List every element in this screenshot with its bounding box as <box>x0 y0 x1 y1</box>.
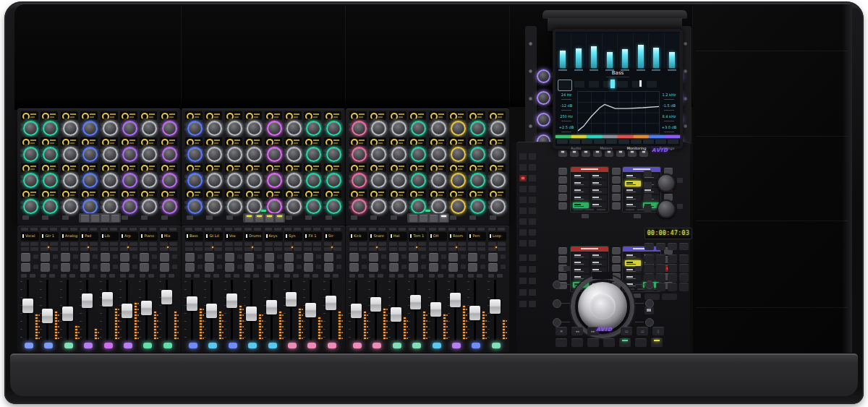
jog-function-button[interactable] <box>645 318 654 327</box>
transport-mode-key[interactable] <box>668 243 677 250</box>
master-left-key[interactable] <box>519 153 527 160</box>
transport-button[interactable]: ≡ <box>556 327 567 335</box>
screen-soft-button[interactable] <box>643 140 654 144</box>
master-left-key[interactable] <box>519 197 527 203</box>
master-left-key[interactable] <box>519 218 527 225</box>
numpad-key[interactable] <box>679 254 689 263</box>
master-left-key[interactable] <box>519 289 527 296</box>
transport-button[interactable]: ▯ <box>652 327 664 335</box>
softkey-side-button[interactable] <box>558 247 567 254</box>
master-left-key[interactable] <box>529 207 536 214</box>
numpad-key[interactable] <box>668 254 677 263</box>
monitor-level-knob[interactable] <box>657 200 676 218</box>
master-left-key[interactable] <box>529 278 536 284</box>
softkey-side-button[interactable] <box>612 194 621 201</box>
master-right-key[interactable] <box>644 182 652 189</box>
monitor-level-knob[interactable] <box>657 173 676 192</box>
master-left-key[interactable] <box>529 229 536 236</box>
numpad-key[interactable] <box>679 273 689 282</box>
softkey-side-button[interactable] <box>612 176 621 184</box>
master-attention-knob[interactable] <box>537 113 550 127</box>
screen-soft-button[interactable] <box>582 140 592 144</box>
master-left-key[interactable] <box>519 254 527 261</box>
master-right-key[interactable] <box>644 171 652 177</box>
softkey-side-button[interactable] <box>612 185 621 192</box>
softkey-side-button[interactable] <box>612 256 621 263</box>
master-left-key[interactable] <box>519 164 527 171</box>
transport-button[interactable] <box>635 338 647 347</box>
master-left-key[interactable] <box>519 301 527 307</box>
master-left-key[interactable] <box>529 218 536 225</box>
screen-soft-button[interactable] <box>631 140 642 144</box>
monitor-knob-button[interactable] <box>677 204 683 209</box>
transport-button[interactable]: ▭ <box>621 327 632 335</box>
screen-soft-button[interactable] <box>606 140 617 144</box>
master-left-key[interactable] <box>529 254 536 261</box>
jog-function-button[interactable] <box>553 318 561 327</box>
numpad-key[interactable] <box>679 283 689 291</box>
transport-button[interactable] <box>587 338 599 347</box>
numpad-key[interactable] <box>656 283 665 291</box>
numpad-key[interactable] <box>679 264 689 273</box>
jog-function-button[interactable] <box>553 299 561 308</box>
screen-menu-item[interactable]: Meters <box>592 145 621 152</box>
screen-soft-button[interactable] <box>569 140 580 144</box>
monitor-knob-button[interactable] <box>677 178 683 183</box>
softkey-nav-key[interactable] <box>634 294 641 298</box>
transport-mode-key[interactable] <box>679 243 689 250</box>
jog-top-button[interactable] <box>635 266 642 271</box>
transport-mode-key[interactable] <box>644 243 654 250</box>
master-left-key[interactable] <box>529 240 536 247</box>
softkey-side-button[interactable] <box>558 273 567 280</box>
master-left-key[interactable] <box>529 289 536 296</box>
master-left-key[interactable] <box>519 278 527 284</box>
master-attention-knob[interactable] <box>537 91 550 105</box>
master-attention-knob[interactable] <box>537 69 550 83</box>
numpad-wide-key[interactable] <box>662 294 677 300</box>
master-left-key[interactable] <box>519 240 527 247</box>
transport-button[interactable] <box>571 338 583 347</box>
screen-soft-button[interactable] <box>557 140 568 144</box>
softkey-side-button[interactable] <box>612 247 621 254</box>
master-left-key[interactable] <box>529 266 536 273</box>
numpad-key[interactable] <box>656 264 665 273</box>
transport-button[interactable] <box>603 338 615 347</box>
jog-top-button[interactable] <box>563 266 570 271</box>
transport-button[interactable] <box>651 338 663 347</box>
screen-soft-button[interactable] <box>668 140 678 144</box>
numpad-wide-key[interactable] <box>644 294 660 300</box>
softkey-side-button[interactable] <box>558 176 567 184</box>
softkey-side-button[interactable] <box>558 185 567 192</box>
master-left-key[interactable] <box>529 153 536 160</box>
master-right-key[interactable] <box>644 194 652 200</box>
numpad-key[interactable] <box>668 283 677 291</box>
master-left-key[interactable] <box>519 175 527 181</box>
numpad-key[interactable] <box>656 273 665 282</box>
master-right-key[interactable] <box>644 205 652 212</box>
master-left-key[interactable] <box>529 175 536 181</box>
master-left-key[interactable] <box>529 197 536 203</box>
numpad-key[interactable] <box>644 254 654 263</box>
softkey-side-button[interactable] <box>612 265 621 272</box>
master-left-key[interactable] <box>519 266 527 273</box>
master-touchscreen[interactable]: Bass 24 Hz-12 dB250 Hz+2.5 dB1.2 kHz-1.5… <box>553 29 683 149</box>
screen-menu-item[interactable]: Audio <box>561 145 590 152</box>
jog-function-button[interactable] <box>553 280 561 289</box>
numpad-key[interactable] <box>668 273 677 282</box>
softkey-side-button[interactable] <box>612 168 621 175</box>
master-left-key[interactable] <box>519 207 527 214</box>
jog-function-button[interactable] <box>645 299 654 308</box>
screen-soft-button[interactable] <box>618 140 629 144</box>
softkey-side-button[interactable] <box>558 194 567 201</box>
transport-button[interactable] <box>619 338 631 347</box>
screen-menu-item[interactable]: Monitoring <box>622 145 651 152</box>
transport-button[interactable] <box>556 338 567 347</box>
transport-button[interactable]: ◂◂ <box>571 327 583 335</box>
softkey-side-button[interactable] <box>558 168 567 175</box>
numpad-key[interactable] <box>644 264 654 273</box>
screen-soft-button[interactable] <box>655 140 666 144</box>
master-left-key[interactable] <box>519 186 527 192</box>
numpad-key[interactable] <box>668 264 677 273</box>
master-left-key[interactable] <box>529 186 536 192</box>
softkey-nav-key[interactable] <box>582 214 589 218</box>
